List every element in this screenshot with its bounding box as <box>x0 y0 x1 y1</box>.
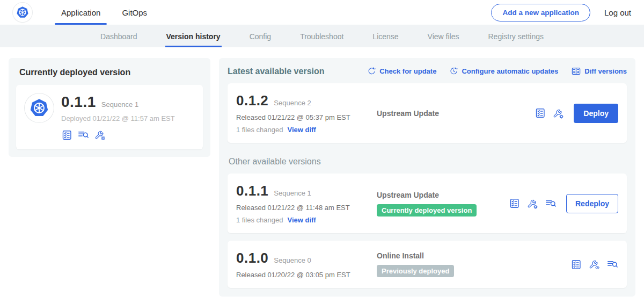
currently-deployed-badge: Currently deployed version <box>377 204 477 217</box>
deploy-logs-icon[interactable] <box>77 129 89 141</box>
subnav-dashboard[interactable]: Dashboard <box>99 25 138 47</box>
config-gear-icon[interactable] <box>94 129 106 141</box>
app-kubernetes-icon <box>25 93 54 122</box>
deployed-version-card: 0.1.1 Sequence 1 Deployed 01/21/22 @ 11:… <box>16 85 203 149</box>
preflight-checks-icon[interactable] <box>570 259 582 270</box>
add-application-button[interactable]: Add a new application <box>491 4 590 21</box>
view-diff-link[interactable]: View diff <box>287 216 316 224</box>
preflight-checks-icon[interactable] <box>61 129 72 141</box>
version-card-0-1-1: 0.1.1 Sequence 1 Released 01/21/22 @ 11:… <box>228 174 627 233</box>
version-sequence: Sequence 0 <box>274 256 311 264</box>
diff-versions-link[interactable]: Diff versions <box>571 66 627 76</box>
version-number: 0.1.1 <box>236 183 268 199</box>
version-card-0-1-0: 0.1.0 Sequence 0 Released 01/20/22 @ 03:… <box>228 241 627 288</box>
kubernetes-logo-icon[interactable] <box>13 3 32 22</box>
active-tab-underline <box>55 23 107 25</box>
top-nav: Application GitOps <box>50 0 158 25</box>
currently-deployed-title: Currently deployed version <box>19 68 203 77</box>
top-header: Application GitOps Add a new application… <box>0 0 644 25</box>
preflight-checks-icon[interactable] <box>509 198 520 209</box>
tab-gitops-label: GitOps <box>122 8 147 17</box>
deployed-sequence: Sequence 1 <box>101 100 138 109</box>
configure-automatic-updates-link[interactable]: Configure automatic updates <box>449 67 558 76</box>
subnav-config[interactable]: Config <box>248 25 272 47</box>
version-source: Upstream Update <box>377 109 535 118</box>
tab-application-label: Application <box>61 8 100 17</box>
scheduled-update-icon <box>449 67 458 76</box>
subnav-registry-settings[interactable]: Registry settings <box>487 25 545 47</box>
version-source: Online Install <box>377 251 570 260</box>
version-sequence: Sequence 1 <box>274 189 311 197</box>
tab-gitops[interactable]: GitOps <box>111 0 158 25</box>
files-changed-label: 1 files changed <box>236 126 283 134</box>
subnav-version-history[interactable]: Version history <box>165 25 222 47</box>
previously-deployed-badge: Previously deployed <box>377 265 454 277</box>
other-available-title: Other available versions <box>229 157 627 167</box>
released-timestamp: Released 01/20/22 @ 03:05 pm EST <box>236 271 377 279</box>
check-for-update-label: Check for update <box>379 67 436 75</box>
version-number: 0.1.0 <box>236 250 268 266</box>
deploy-button[interactable]: Deploy <box>574 104 618 123</box>
redeploy-button[interactable]: Redeploy <box>566 194 618 213</box>
available-versions-panel: Latest available version Check for updat… <box>219 58 635 297</box>
released-timestamp: Released 01/21/22 @ 05:37 pm EST <box>236 113 377 121</box>
deployed-timestamp: Deployed 01/21/22 @ 11:57 am EST <box>61 114 175 122</box>
configure-automatic-updates-label: Configure automatic updates <box>462 67 558 75</box>
version-card-0-1-2: 0.1.2 Sequence 2 Released 01/21/22 @ 05:… <box>228 83 627 143</box>
version-number: 0.1.2 <box>236 92 268 109</box>
latest-available-title: Latest available version <box>228 67 325 76</box>
config-view-icon[interactable] <box>588 258 600 270</box>
deploy-logs-icon[interactable] <box>606 258 618 270</box>
main-content: Currently deployed version 0.1.1 Sequenc… <box>0 47 644 303</box>
check-for-update-link[interactable]: Check for update <box>367 67 436 76</box>
refresh-icon <box>367 67 376 76</box>
logout-button[interactable]: Log out <box>604 8 631 17</box>
version-sequence: Sequence 2 <box>274 99 311 107</box>
preflight-checks-icon[interactable] <box>535 107 546 119</box>
subnav-license[interactable]: License <box>371 25 399 47</box>
subnav-troubleshoot[interactable]: Troubleshoot <box>299 25 345 47</box>
subnav-view-files[interactable]: View files <box>427 25 460 47</box>
app-subnav: Dashboard Version history Config Trouble… <box>0 25 644 47</box>
files-changed-label: 1 files changed <box>236 216 283 224</box>
currently-deployed-panel: Currently deployed version 0.1.1 Sequenc… <box>9 58 210 157</box>
released-timestamp: Released 01/21/22 @ 11:48 am EST <box>236 204 377 212</box>
version-source: Upstream Update <box>377 191 509 199</box>
deployed-version-number: 0.1.1 <box>61 93 96 111</box>
deploy-logs-icon[interactable] <box>545 198 557 210</box>
config-gear-icon[interactable] <box>526 198 538 210</box>
diff-versions-label: Diff versions <box>584 67 627 75</box>
config-gear-icon[interactable] <box>552 107 564 119</box>
view-diff-link[interactable]: View diff <box>287 126 316 134</box>
diff-icon <box>571 66 581 76</box>
tab-application[interactable]: Application <box>50 0 111 25</box>
